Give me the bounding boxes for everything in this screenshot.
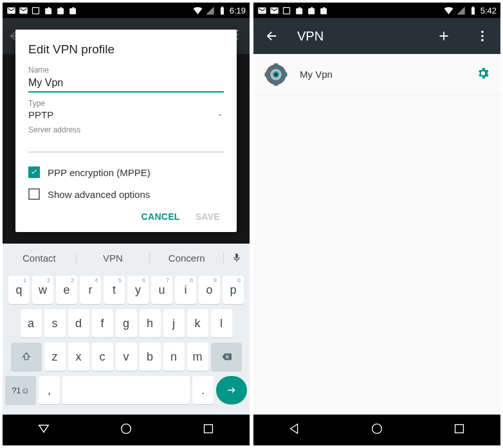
nav-home[interactable] bbox=[119, 422, 133, 438]
key-j[interactable]: j bbox=[163, 309, 185, 337]
signal-icon bbox=[456, 6, 466, 15]
advanced-checkbox-row[interactable]: Show advanced options bbox=[28, 183, 224, 205]
key-w[interactable]: w2 bbox=[32, 276, 53, 304]
appbar-title: VPN bbox=[297, 29, 418, 44]
mic-icon bbox=[232, 253, 242, 263]
triangle-icon bbox=[288, 422, 302, 436]
wifi-icon bbox=[193, 6, 203, 15]
plus-icon bbox=[437, 29, 451, 43]
server-input[interactable] bbox=[28, 134, 224, 152]
ppp-checkbox-row[interactable]: PPP encryption (MPPE) bbox=[28, 161, 224, 183]
checkbox-checked-icon bbox=[28, 166, 40, 178]
checkbox-unchecked-icon bbox=[28, 188, 40, 200]
backspace-key[interactable] bbox=[211, 343, 242, 371]
key-u[interactable]: u7 bbox=[151, 276, 172, 304]
store-icon bbox=[294, 6, 304, 15]
phone-left: 6:19 Edit VPN profile Name Type PPTP Ser… bbox=[3, 3, 250, 445]
nav-back[interactable] bbox=[37, 422, 51, 438]
name-input[interactable] bbox=[28, 75, 224, 93]
content-area: My Vpn bbox=[253, 54, 500, 415]
backspace-icon bbox=[221, 352, 232, 362]
key-g[interactable]: g bbox=[116, 309, 137, 337]
type-dropdown[interactable]: PPTP bbox=[28, 108, 224, 121]
wifi-icon bbox=[444, 6, 453, 15]
status-bar: 5:42 bbox=[253, 3, 500, 18]
key-c[interactable]: c bbox=[92, 343, 113, 371]
svg-rect-6 bbox=[205, 425, 213, 433]
screenshot-icon bbox=[282, 6, 291, 15]
svg-rect-15 bbox=[274, 63, 278, 66]
key-v[interactable]: v bbox=[116, 343, 137, 371]
nav-back[interactable] bbox=[288, 422, 302, 438]
signal-icon bbox=[205, 6, 215, 15]
type-label: Type bbox=[28, 99, 224, 108]
store-icon bbox=[306, 6, 316, 15]
key-e[interactable]: e3 bbox=[56, 276, 77, 304]
svg-rect-7 bbox=[284, 7, 290, 13]
key-p[interactable]: p0 bbox=[223, 276, 244, 304]
status-time: 5:42 bbox=[480, 6, 497, 15]
gmail-icon bbox=[270, 6, 279, 15]
key-i[interactable]: i8 bbox=[175, 276, 196, 304]
dialog-title: Edit VPN profile bbox=[28, 42, 224, 57]
key-s[interactable]: s bbox=[44, 309, 66, 337]
battery-icon bbox=[468, 6, 478, 15]
vpn-settings-button[interactable] bbox=[476, 66, 490, 83]
battery-icon bbox=[217, 6, 227, 15]
server-label: Server address bbox=[28, 125, 224, 134]
suggestion[interactable]: Contact bbox=[3, 253, 77, 264]
key-k[interactable]: k bbox=[187, 309, 208, 337]
nav-home[interactable] bbox=[370, 422, 384, 438]
key-n[interactable]: n bbox=[163, 343, 185, 371]
key-b[interactable]: b bbox=[140, 343, 161, 371]
mic-button[interactable] bbox=[224, 253, 250, 263]
nav-bar bbox=[3, 415, 250, 445]
cancel-button[interactable]: CANCEL bbox=[142, 211, 180, 222]
nav-recent[interactable] bbox=[452, 422, 466, 438]
store-icon bbox=[68, 6, 77, 15]
square-icon bbox=[452, 422, 466, 436]
comma-key[interactable]: , bbox=[39, 376, 60, 404]
space-key[interactable] bbox=[62, 376, 190, 404]
key-z[interactable]: z bbox=[44, 343, 66, 371]
key-t[interactable]: t5 bbox=[104, 276, 125, 304]
key-o[interactable]: o9 bbox=[199, 276, 220, 304]
key-f[interactable]: f bbox=[92, 309, 113, 337]
square-icon bbox=[201, 422, 215, 436]
key-y[interactable]: y6 bbox=[127, 276, 149, 304]
suggestion[interactable]: VPN bbox=[77, 253, 151, 264]
phone-right: 5:42 VPN My Vpn bbox=[253, 3, 500, 445]
key-h[interactable]: h bbox=[140, 309, 161, 337]
symbols-key[interactable]: ?1☺ bbox=[5, 376, 36, 404]
svg-rect-17 bbox=[265, 72, 268, 76]
key-x[interactable]: x bbox=[68, 343, 89, 371]
vpn-profile-icon bbox=[264, 62, 288, 87]
svg-point-5 bbox=[122, 424, 131, 434]
key-d[interactable]: d bbox=[68, 309, 89, 337]
svg-rect-18 bbox=[284, 72, 288, 76]
period-key[interactable]: . bbox=[192, 376, 214, 404]
vpn-list-item[interactable]: My Vpn bbox=[253, 54, 500, 95]
key-q[interactable]: q1 bbox=[8, 276, 30, 304]
key-r[interactable]: r4 bbox=[80, 276, 101, 304]
svg-point-14 bbox=[275, 73, 278, 76]
triangle-down-icon bbox=[37, 422, 51, 436]
circle-icon bbox=[119, 422, 133, 436]
key-a[interactable]: a bbox=[21, 309, 42, 337]
enter-key[interactable] bbox=[216, 376, 247, 404]
advanced-label: Show advanced options bbox=[48, 189, 150, 200]
add-button[interactable] bbox=[431, 23, 457, 49]
ppp-label: PPP encryption (MPPE) bbox=[48, 167, 151, 178]
save-button[interactable]: SAVE bbox=[196, 211, 220, 222]
overflow-button[interactable] bbox=[470, 23, 495, 49]
key-l[interactable]: l bbox=[211, 309, 232, 337]
back-button[interactable] bbox=[259, 23, 284, 49]
shift-key[interactable] bbox=[11, 343, 42, 371]
name-label: Name bbox=[28, 66, 224, 75]
store-icon bbox=[318, 6, 328, 15]
suggestion[interactable]: Concern bbox=[150, 253, 224, 264]
app-bar: VPN bbox=[253, 18, 500, 54]
key-m[interactable]: m bbox=[187, 343, 208, 371]
nav-recent[interactable] bbox=[201, 422, 215, 438]
svg-point-19 bbox=[372, 424, 382, 434]
